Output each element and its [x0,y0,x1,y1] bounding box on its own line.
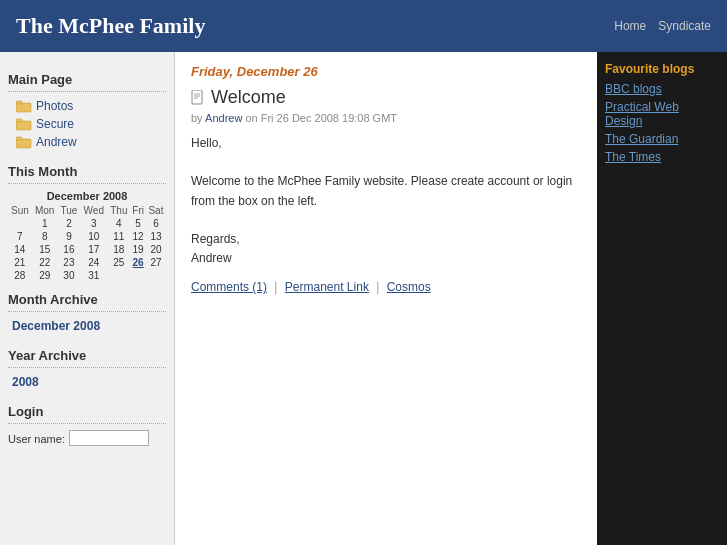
cal-day: 13 [146,230,166,243]
divider [8,183,166,184]
sidebar-left: Main Page Photos Secure Andrew This Mont… [0,52,175,545]
section-year-archive-title: Year Archive [8,348,166,363]
cal-day: 28 [8,269,32,282]
cal-day: 18 [107,243,130,256]
section-login-title: Login [8,404,166,419]
cal-week-3: 14 15 16 17 18 19 20 [8,243,166,256]
cal-day [107,269,130,282]
cal-day: 12 [130,230,146,243]
section-main-page-title: Main Page [8,72,166,87]
cal-day: 4 [107,217,130,230]
cal-header-sun: Sun [8,204,32,217]
sidebar-item-andrew[interactable]: Andrew [16,134,166,150]
layout: Main Page Photos Secure Andrew This Mont… [0,52,727,545]
calendar: December 2008 Sun Mon Tue Wed Thu Fri Sa… [8,190,166,282]
calendar-table: Sun Mon Tue Wed Thu Fri Sat 1 2 3 [8,204,166,282]
cal-day [8,217,32,230]
year-archive-2008-link[interactable]: 2008 [12,374,166,390]
permanent-link[interactable]: Permanent Link [285,280,369,294]
cal-day: 1 [32,217,58,230]
divider [8,91,166,92]
bbc-blogs-link[interactable]: BBC blogs [605,82,719,96]
cal-header-sat: Sat [146,204,166,217]
post-links: Comments (1) | Permanent Link | Cosmos [191,280,581,294]
sidebar-item-secure[interactable]: Secure [16,116,166,132]
cal-day: 11 [107,230,130,243]
cal-day: 30 [58,269,81,282]
section-this-month-title: This Month [8,164,166,179]
cal-day: 25 [107,256,130,269]
cal-day: 2 [58,217,81,230]
calendar-month-label: December 2008 [8,190,166,202]
cal-day: 8 [32,230,58,243]
sidebar-item-photos[interactable]: Photos [16,98,166,114]
the-guardian-link[interactable]: The Guardian [605,132,719,146]
svg-rect-3 [16,119,22,122]
link-separator: | [274,280,277,294]
cal-day: 22 [32,256,58,269]
post-title-area: Welcome [191,87,581,108]
username-input[interactable] [69,430,149,446]
cal-header-mon: Mon [32,204,58,217]
link-separator: | [376,280,379,294]
cal-day: 23 [58,256,81,269]
divider [8,367,166,368]
cal-header-tue: Tue [58,204,81,217]
svg-rect-0 [16,103,31,112]
cal-day: 7 [8,230,32,243]
folder-icon [16,136,32,149]
divider [8,423,166,424]
cal-day [146,269,166,282]
cal-day: 10 [80,230,107,243]
photos-link[interactable]: Photos [36,98,73,114]
post-body: Hello, Welcome to the McPhee Family webs… [191,134,581,268]
cal-day: 5 [130,217,146,230]
folder-icon [16,100,32,113]
andrew-link[interactable]: Andrew [36,134,77,150]
cal-header-fri: Fri [130,204,146,217]
comments-link[interactable]: Comments (1) [191,280,267,294]
cal-day [130,269,146,282]
post-title: Welcome [211,87,286,108]
header-nav: Home Syndicate [614,19,711,33]
svg-rect-2 [16,121,31,130]
cal-day: 20 [146,243,166,256]
header: The McPhee Family Home Syndicate [0,0,727,52]
cal-day: 29 [32,269,58,282]
practical-web-design-link[interactable]: Practical Web Design [605,100,719,128]
cal-day-today[interactable]: 26 [130,256,146,269]
svg-rect-5 [16,137,22,140]
cal-day: 21 [8,256,32,269]
cal-day: 31 [80,269,107,282]
section-month-archive-title: Month Archive [8,292,166,307]
cal-header-wed: Wed [80,204,107,217]
cosmos-link[interactable]: Cosmos [387,280,431,294]
site-title: The McPhee Family [16,13,205,39]
cal-day: 14 [8,243,32,256]
cal-header-thu: Thu [107,204,130,217]
cal-day: 16 [58,243,81,256]
main-content: Friday, December 26 Welcome by Andrew on… [175,52,597,545]
month-archive-dec-2008-link[interactable]: December 2008 [12,318,166,334]
post-meta: by Andrew on Fri 26 Dec 2008 19:08 GMT [191,112,581,124]
svg-rect-4 [16,139,31,148]
svg-rect-1 [16,101,22,104]
cal-day: 3 [80,217,107,230]
nav-syndicate-link[interactable]: Syndicate [658,19,711,33]
cal-day: 9 [58,230,81,243]
cal-week-5: 28 29 30 31 [8,269,166,282]
secure-link[interactable]: Secure [36,116,74,132]
username-label: User name: [8,433,65,445]
cal-day: 27 [146,256,166,269]
cal-day: 19 [130,243,146,256]
nav-home-link[interactable]: Home [614,19,646,33]
cal-day: 6 [146,217,166,230]
divider [8,311,166,312]
folder-icon [16,118,32,131]
the-times-link[interactable]: The Times [605,150,719,164]
cal-day: 15 [32,243,58,256]
cal-week-1: 1 2 3 4 5 6 [8,217,166,230]
cal-week-2: 7 8 9 10 11 12 13 [8,230,166,243]
cal-day: 17 [80,243,107,256]
post-author-link[interactable]: Andrew [205,112,242,124]
